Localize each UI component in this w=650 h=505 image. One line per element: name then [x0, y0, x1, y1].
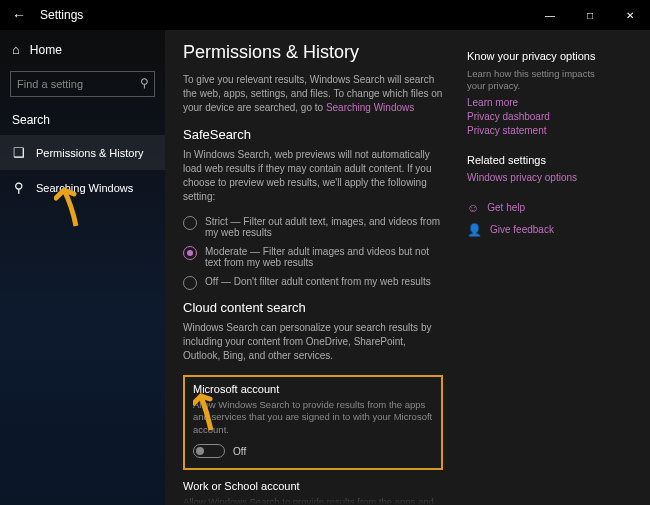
content-main-column: Permissions & History To give you releva… [183, 42, 443, 505]
radio-icon [183, 216, 197, 230]
windows-privacy-options-link[interactable]: Windows privacy options [467, 172, 597, 183]
give-feedback-label: Give feedback [490, 224, 554, 235]
help-icon: ☺ [467, 201, 479, 215]
get-help-label: Get help [487, 202, 525, 213]
search-windows-icon: ⚲ [12, 180, 26, 195]
toggle-knob-icon [196, 447, 204, 455]
close-button[interactable]: ✕ [610, 0, 650, 30]
radio-label: Strict — Filter out adult text, images, … [205, 216, 443, 238]
work-school-title: Work or School account [183, 480, 443, 492]
sidebar-search[interactable]: ⚲ [10, 71, 155, 97]
maximize-button[interactable]: □ [570, 0, 610, 30]
cloud-heading: Cloud content search [183, 300, 443, 315]
home-label: Home [30, 43, 62, 57]
learn-more-link[interactable]: Learn more [467, 97, 597, 108]
microsoft-account-toggle-label: Off [233, 446, 246, 457]
titlebar-left: ← Settings [0, 7, 530, 23]
right-panel: Know your privacy options Learn how this… [467, 42, 597, 505]
get-help-link[interactable]: ☺ Get help [467, 201, 597, 215]
privacy-desc: Learn how this setting impacts your priv… [467, 68, 597, 93]
sidebar-section-label: Search [0, 103, 165, 135]
radio-icon [183, 276, 197, 290]
sidebar-item-searching-windows[interactable]: ⚲ Searching Windows [0, 170, 165, 205]
privacy-statement-link[interactable]: Privacy statement [467, 125, 597, 136]
microsoft-account-toggle[interactable] [193, 444, 225, 458]
intro-text: To give you relevant results, Windows Se… [183, 73, 443, 115]
sidebar-item-label: Permissions & History [36, 147, 144, 159]
content-area: Permissions & History To give you releva… [165, 30, 650, 505]
safesearch-desc: In Windows Search, web previews will not… [183, 148, 443, 204]
sidebar-item-permissions-history[interactable]: ❑ Permissions & History [0, 135, 165, 170]
radio-icon [183, 246, 197, 260]
main-layout: ⌂ Home ⚲ Search ❑ Permissions & History … [0, 30, 650, 505]
give-feedback-link[interactable]: 👤 Give feedback [467, 223, 597, 237]
privacy-dashboard-link[interactable]: Privacy dashboard [467, 111, 597, 122]
feedback-icon: 👤 [467, 223, 482, 237]
privacy-heading: Know your privacy options [467, 50, 597, 62]
page-title: Permissions & History [183, 42, 443, 63]
microsoft-account-highlight: Microsoft account Allow Windows Search t… [183, 375, 443, 470]
microsoft-account-toggle-row: Off [193, 444, 433, 458]
permissions-icon: ❑ [12, 145, 26, 160]
safesearch-radio-group: Strict — Filter out adult text, images, … [183, 216, 443, 290]
searching-windows-link[interactable]: Searching Windows [326, 102, 414, 113]
related-heading: Related settings [467, 154, 597, 166]
sidebar: ⌂ Home ⚲ Search ❑ Permissions & History … [0, 30, 165, 505]
titlebar: ← Settings ― □ ✕ [0, 0, 650, 30]
minimize-button[interactable]: ― [530, 0, 570, 30]
safesearch-heading: SafeSearch [183, 127, 443, 142]
work-school-desc: Allow Windows Search to provide results … [183, 496, 443, 505]
radio-off[interactable]: Off — Don't filter adult content from my… [183, 276, 443, 290]
app-title: Settings [40, 8, 83, 22]
radio-label: Off — Don't filter adult content from my… [205, 276, 431, 287]
search-input[interactable] [10, 71, 155, 97]
home-icon: ⌂ [12, 42, 20, 57]
back-icon[interactable]: ← [12, 7, 26, 23]
microsoft-account-title: Microsoft account [193, 383, 433, 395]
radio-strict[interactable]: Strict — Filter out adult text, images, … [183, 216, 443, 238]
radio-label: Moderate — Filter adult images and video… [205, 246, 443, 268]
microsoft-account-desc: Allow Windows Search to provide results … [193, 399, 433, 436]
window-controls: ― □ ✕ [530, 0, 650, 30]
radio-moderate[interactable]: Moderate — Filter adult images and video… [183, 246, 443, 268]
sidebar-home[interactable]: ⌂ Home [0, 34, 165, 65]
work-school-account-block: Work or School account Allow Windows Sea… [183, 480, 443, 505]
cloud-desc: Windows Search can personalize your sear… [183, 321, 443, 363]
search-icon: ⚲ [140, 76, 149, 90]
sidebar-item-label: Searching Windows [36, 182, 133, 194]
